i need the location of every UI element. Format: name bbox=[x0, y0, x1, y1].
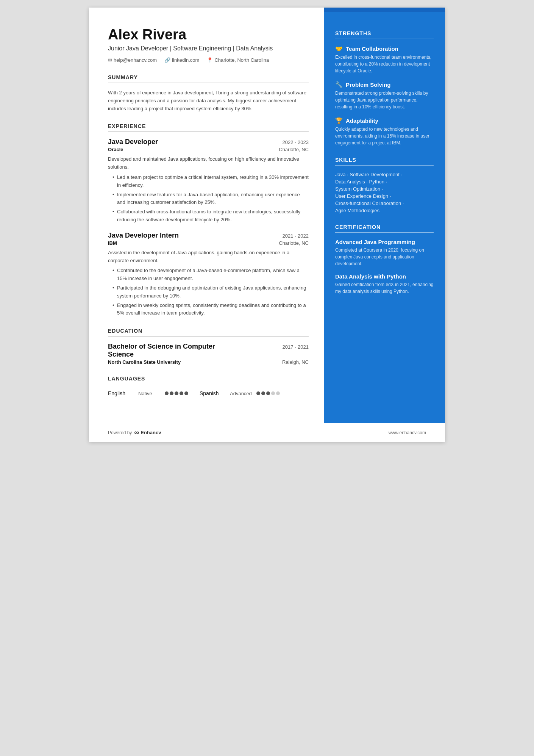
skills-title: SKILLS bbox=[335, 157, 434, 166]
strength-header: 🔧 Problem Solving bbox=[335, 81, 434, 88]
strength-desc: Demonstrated strong problem-solving skil… bbox=[335, 90, 434, 110]
job-2-desc: Assisted in the development of Java appl… bbox=[108, 249, 309, 265]
email-contact: ✉ help@enhancv.com bbox=[108, 57, 157, 63]
job-1-date: 2022 - 2023 bbox=[283, 139, 309, 145]
strength-desc: Excelled in cross-functional team enviro… bbox=[335, 54, 434, 74]
experience-title: EXPERIENCE bbox=[108, 123, 309, 132]
edu-location: Raleigh, NC bbox=[282, 359, 309, 365]
job-2-date: 2021 - 2022 bbox=[283, 233, 309, 239]
dot bbox=[180, 391, 183, 395]
strength-team-collaboration: 🤝 Team Collaboration Excelled in cross-f… bbox=[335, 45, 434, 74]
skill-item: System Optimization · bbox=[335, 186, 434, 192]
summary-title: SUMMARY bbox=[108, 74, 309, 83]
email-text: help@enhancv.com bbox=[114, 57, 157, 63]
edu-date: 2017 - 2021 bbox=[283, 344, 309, 350]
footer: Powered by ∞ Enhancv www.enhancv.com bbox=[89, 423, 445, 442]
bullet-item: Led a team project to optimize a critica… bbox=[112, 174, 309, 189]
problem-solving-icon: 🔧 bbox=[335, 81, 343, 88]
job-2-header: Java Developer Intern 2021 - 2022 bbox=[108, 232, 309, 239]
strength-header: 🏆 Adaptability bbox=[335, 117, 434, 124]
cert-java: Advanced Java Programming Completed at C… bbox=[335, 239, 434, 267]
applicant-title: Junior Java Developer | Software Enginee… bbox=[108, 45, 309, 52]
job-2-bullets: Contributed to the development of a Java… bbox=[108, 267, 309, 317]
lang-english: English Native bbox=[108, 390, 188, 396]
dot-empty bbox=[271, 391, 275, 395]
job-1-bullets: Led a team project to optimize a critica… bbox=[108, 174, 309, 224]
dot bbox=[184, 391, 188, 395]
edu-degree: Bachelor of Science in Computer Science bbox=[108, 343, 229, 358]
job-2-location: Charlotte, NC bbox=[279, 240, 309, 246]
footer-brand: Powered by ∞ Enhancv bbox=[108, 429, 161, 437]
lang-spanish-name: Spanish bbox=[200, 390, 226, 396]
strengths-title: STRENGTHS bbox=[335, 30, 434, 39]
skill-item: Agile Methodologies bbox=[335, 208, 434, 213]
bullet-item: Participated in the debugging and optimi… bbox=[112, 284, 309, 300]
dot bbox=[256, 391, 260, 395]
summary-text: With 2 years of experience in Java devel… bbox=[108, 89, 309, 113]
lang-spanish: Spanish Advanced bbox=[200, 390, 280, 396]
summary-section: SUMMARY With 2 years of experience in Ja… bbox=[108, 74, 309, 113]
job-1: Java Developer 2022 - 2023 Oracle Charlo… bbox=[108, 138, 309, 224]
bullet-item: Engaged in weekly coding sprints, consis… bbox=[112, 302, 309, 318]
skills-section: SKILLS Java · Software Development · Dat… bbox=[335, 157, 434, 213]
cert-java-name: Advanced Java Programming bbox=[335, 239, 434, 245]
email-icon: ✉ bbox=[108, 57, 112, 63]
skill-item: User Experience Design · bbox=[335, 193, 434, 199]
education-title: EDUCATION bbox=[108, 328, 309, 337]
footer-url: www.enhancv.com bbox=[389, 430, 426, 435]
location-contact: 📍 Charlotte, North Carolina bbox=[207, 57, 269, 63]
powered-by-text: Powered by bbox=[108, 430, 132, 435]
cert-python: Data Analysis with Python Gained certifi… bbox=[335, 273, 434, 295]
dot bbox=[266, 391, 270, 395]
job-2-title: Java Developer Intern bbox=[108, 232, 179, 239]
location-text: Charlotte, North Carolina bbox=[214, 57, 269, 63]
bullet-item: Contributed to the development of a Java… bbox=[112, 267, 309, 283]
location-icon: 📍 bbox=[207, 57, 213, 63]
languages-title: LANGUAGES bbox=[108, 376, 309, 384]
logo-icon: ∞ bbox=[134, 429, 139, 437]
dot bbox=[261, 391, 265, 395]
experience-section: EXPERIENCE Java Developer 2022 - 2023 Or… bbox=[108, 123, 309, 317]
job-1-header: Java Developer 2022 - 2023 bbox=[108, 138, 309, 146]
job-1-desc: Developed and maintained Java applicatio… bbox=[108, 155, 309, 171]
cert-python-desc: Gained certification from edX in 2021, e… bbox=[335, 281, 434, 295]
dot bbox=[165, 391, 169, 395]
skill-item: Java · Software Development · bbox=[335, 172, 434, 177]
strength-name: Adaptability bbox=[346, 117, 378, 124]
right-column: STRENGTHS 🤝 Team Collaboration Excelled … bbox=[324, 8, 445, 442]
linkedin-contact: 🔗 linkedin.com bbox=[164, 57, 199, 63]
education-section: EDUCATION Bachelor of Science in Compute… bbox=[108, 328, 309, 365]
edu-sub: North Carolina State University Raleigh,… bbox=[108, 359, 309, 365]
bullet-item: Collaborated with cross-functional teams… bbox=[112, 208, 309, 224]
strengths-section: STRENGTHS 🤝 Team Collaboration Excelled … bbox=[335, 30, 434, 146]
top-bar-accent bbox=[324, 8, 445, 12]
resume-wrapper: Alex Rivera Junior Java Developer | Soft… bbox=[89, 8, 445, 442]
lang-english-level: Native bbox=[138, 391, 161, 396]
brand-name: Enhancv bbox=[141, 430, 161, 435]
header-section: Alex Rivera Junior Java Developer | Soft… bbox=[108, 27, 309, 63]
team-icon: 🤝 bbox=[335, 45, 343, 52]
cert-java-desc: Completed at Coursera in 2020, focusing … bbox=[335, 247, 434, 267]
strength-adaptability: 🏆 Adaptability Quickly adapted to new te… bbox=[335, 117, 434, 146]
linkedin-text: linkedin.com bbox=[172, 57, 199, 63]
lang-spanish-level: Advanced bbox=[230, 391, 253, 396]
strength-desc: Quickly adapted to new technologies and … bbox=[335, 126, 434, 146]
languages-section: LANGUAGES English Native Spanish Advanc bbox=[108, 376, 309, 396]
job-2-company: IBM bbox=[108, 240, 117, 246]
lang-spanish-dots bbox=[256, 391, 280, 395]
job-1-title: Java Developer bbox=[108, 138, 158, 146]
language-pair: English Native Spanish Advanced bbox=[108, 390, 309, 396]
left-column: Alex Rivera Junior Java Developer | Soft… bbox=[89, 8, 324, 442]
dot-empty bbox=[276, 391, 280, 395]
job-1-location: Charlotte, NC bbox=[279, 147, 309, 152]
contact-info: ✉ help@enhancv.com 🔗 linkedin.com 📍 Char… bbox=[108, 57, 309, 63]
lang-english-name: English bbox=[108, 390, 134, 396]
strength-header: 🤝 Team Collaboration bbox=[335, 45, 434, 52]
certification-title: CERTIFICATION bbox=[335, 224, 434, 233]
job-2: Java Developer Intern 2021 - 2022 IBM Ch… bbox=[108, 232, 309, 317]
linkedin-icon: 🔗 bbox=[164, 57, 170, 63]
dot bbox=[175, 391, 178, 395]
skill-item: Data Analysis · Python · bbox=[335, 179, 434, 185]
cert-python-name: Data Analysis with Python bbox=[335, 273, 434, 280]
edu-school: North Carolina State University bbox=[108, 359, 181, 365]
